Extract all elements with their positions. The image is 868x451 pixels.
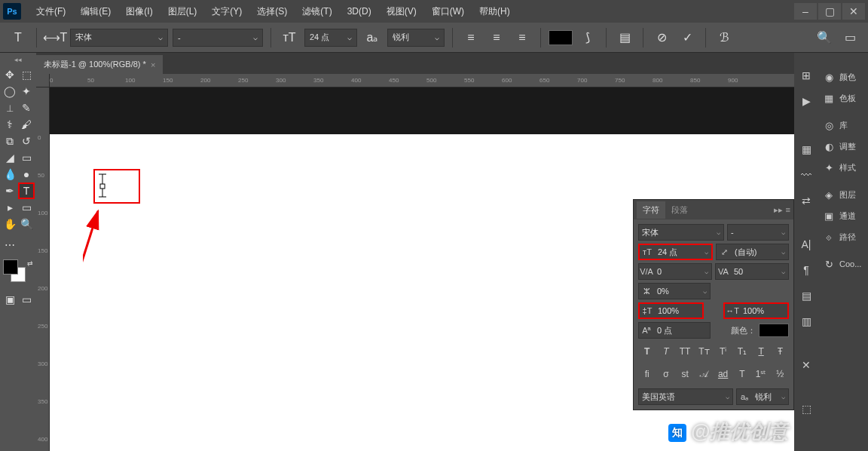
fractions-button[interactable]: ½ xyxy=(773,367,787,381)
dock-icon-6[interactable]: ✕ xyxy=(797,356,815,374)
color-swatches[interactable]: ⇄ xyxy=(2,259,35,287)
eraser-tool[interactable]: ◢ xyxy=(2,149,18,166)
character-dock-icon[interactable]: A| xyxy=(797,235,815,253)
smallcaps-button[interactable]: Tᴛ xyxy=(697,345,711,358)
font-style-dropdown[interactable]: - xyxy=(173,29,263,47)
dock-icon-5[interactable]: ▥ xyxy=(797,312,815,330)
navigator-icon[interactable]: ⊞ xyxy=(797,66,815,84)
toolbar-expand-icon[interactable]: ◂◂ xyxy=(2,56,35,66)
align-center-icon[interactable]: ≡ xyxy=(486,27,507,48)
menu-select[interactable]: 选择(S) xyxy=(249,5,295,18)
healing-tool[interactable]: ⚕ xyxy=(2,116,18,133)
quick-select-tool[interactable]: ✦ xyxy=(18,83,35,100)
cp-font-style[interactable]: -⌵ xyxy=(727,224,789,241)
panel-menu-icon[interactable]: ≡ xyxy=(786,205,790,215)
shape-tool[interactable]: ▭ xyxy=(18,199,35,216)
warp-text-icon[interactable]: ⟆ xyxy=(577,27,598,48)
cp-tracking[interactable]: VA50⌵ xyxy=(715,263,789,280)
superscript-button[interactable]: Tⁱ xyxy=(717,345,730,358)
minimize-button[interactable]: – xyxy=(794,3,817,20)
paragraph-dock-icon[interactable]: ¶ xyxy=(797,261,815,279)
menu-edit[interactable]: 编辑(E) xyxy=(73,5,118,18)
cp-language[interactable]: 美国英语⌵ xyxy=(638,388,733,405)
dock-icon-4[interactable]: ▤ xyxy=(797,287,815,305)
pen-tool[interactable]: ✒ xyxy=(2,183,18,199)
panel-library[interactable]: ◎库 xyxy=(818,115,868,136)
dock-3d-icon[interactable]: ⬚ xyxy=(797,400,815,418)
commit-icon[interactable]: ✓ xyxy=(677,27,698,48)
panel-channels[interactable]: ▣通道 xyxy=(818,205,868,226)
menu-filter[interactable]: 滤镜(T) xyxy=(295,5,339,18)
play-icon[interactable]: ▶ xyxy=(797,92,815,110)
cp-horizontal-scale[interactable]: ↔T100% xyxy=(723,302,789,319)
panel-swatches[interactable]: ▦色板 xyxy=(818,87,868,109)
text-orientation-icon[interactable]: ⟷T xyxy=(44,27,66,48)
workspace-icon[interactable]: ▭ xyxy=(839,27,860,48)
menu-file[interactable]: 文件(F) xyxy=(29,5,73,18)
move-tool[interactable]: ✥ xyxy=(2,66,18,83)
clone-tool[interactable]: ⧉ xyxy=(2,133,18,149)
close-button[interactable]: ✕ xyxy=(842,3,865,20)
blur-tool[interactable]: 💧 xyxy=(2,166,18,183)
character-tab[interactable]: 字符 xyxy=(637,201,665,219)
panel-collapse-icon[interactable]: ▸▸ xyxy=(774,205,783,215)
underline-button[interactable]: T xyxy=(754,345,768,358)
italic-button[interactable]: T xyxy=(659,345,673,358)
panel-adjustments[interactable]: ◐调整 xyxy=(818,136,868,157)
menu-3d[interactable]: 3D(D) xyxy=(340,6,379,17)
titling-button[interactable]: ad xyxy=(717,367,730,381)
paragraph-tab[interactable]: 段落 xyxy=(665,201,694,219)
cp-baseline-shift[interactable]: Aª0 点 xyxy=(638,322,711,339)
menu-window[interactable]: 窗口(W) xyxy=(424,5,472,18)
hand-tool[interactable]: ✋ xyxy=(2,216,18,232)
font-size-dropdown[interactable]: 24 点 xyxy=(304,29,357,47)
swash-button[interactable]: 𝒜 xyxy=(697,367,711,381)
path-select-tool[interactable]: ▸ xyxy=(2,199,18,216)
align-right-icon[interactable]: ≡ xyxy=(512,27,533,48)
align-left-icon[interactable]: ≡ xyxy=(460,27,481,48)
ligature-fi-button[interactable]: fi xyxy=(640,367,654,381)
text-cursor-box[interactable] xyxy=(93,169,140,204)
dock-icon-3[interactable]: ⇄ xyxy=(797,192,815,210)
cp-font-size[interactable]: тT24 点⌵ xyxy=(638,244,713,260)
cp-kerning[interactable]: V/A0⌵ xyxy=(638,263,712,280)
menu-view[interactable]: 视图(V) xyxy=(379,5,424,18)
search-icon[interactable]: 🔍 xyxy=(814,27,835,48)
panel-paths[interactable]: ⟐路径 xyxy=(818,226,868,247)
history-brush-tool[interactable]: ↺ xyxy=(18,133,35,149)
maximize-button[interactable]: ▢ xyxy=(818,3,841,20)
crop-tool[interactable]: ⟂ xyxy=(2,100,18,116)
type-tool[interactable]: T xyxy=(18,183,35,199)
panel-layers[interactable]: ◈图层 xyxy=(818,184,868,205)
dock-icon-1[interactable]: ▦ xyxy=(797,140,815,158)
font-family-dropdown[interactable]: 宋体 xyxy=(70,29,168,47)
antialias-dropdown[interactable]: 锐利 xyxy=(387,29,445,47)
cp-scale-pct[interactable]: ⵣ0%⌵ xyxy=(638,283,711,299)
menu-type[interactable]: 文字(Y) xyxy=(204,5,249,18)
cp-color-swatch[interactable] xyxy=(759,324,789,337)
stylistic-st-button[interactable]: st xyxy=(678,367,692,381)
foreground-color[interactable] xyxy=(3,259,18,275)
cp-font-family[interactable]: 宋体⌵ xyxy=(638,224,724,241)
quickmask-icon[interactable]: ▣ xyxy=(2,291,18,308)
document-tab[interactable]: 未标题-1 @ 100%(RGB/8) * × xyxy=(36,55,163,74)
gradient-tool[interactable]: ▭ xyxy=(18,149,35,166)
cancel-icon[interactable]: ⊘ xyxy=(651,27,672,48)
edit-toolbar-icon[interactable]: ⋯ xyxy=(2,237,18,253)
menu-image[interactable]: 图像(I) xyxy=(118,5,160,18)
brush-tool[interactable]: 🖌 xyxy=(18,116,35,133)
marquee-tool[interactable]: ⬚ xyxy=(18,66,35,83)
close-tab-icon[interactable]: × xyxy=(151,60,155,69)
eyedropper-tool[interactable]: ✎ xyxy=(18,100,35,116)
tool-preset-icon[interactable]: T xyxy=(8,27,29,48)
3d-icon[interactable]: ℬ xyxy=(714,27,735,48)
character-panel-icon[interactable]: ▤ xyxy=(614,27,635,48)
text-color-swatch[interactable] xyxy=(549,30,573,45)
oldstyle-1st-button[interactable]: 1ˢᵗ xyxy=(754,367,768,381)
strikethrough-button[interactable]: Ŧ xyxy=(773,345,787,358)
dodge-tool[interactable]: ● xyxy=(18,166,35,183)
zoom-tool[interactable]: 🔍 xyxy=(18,216,35,232)
panel-coo[interactable]: ↻Coo... xyxy=(818,253,868,275)
cp-leading[interactable]: ⤢(自动)⌵ xyxy=(716,244,789,260)
allcaps-button[interactable]: TT xyxy=(678,345,692,358)
